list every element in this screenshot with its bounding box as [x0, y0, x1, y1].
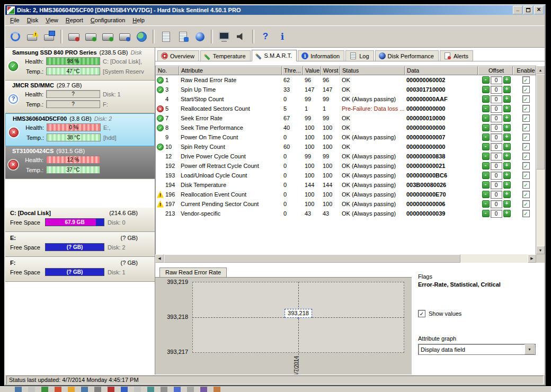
tab[interactable]: Overview	[157, 50, 199, 61]
scroll-up-button[interactable]	[536, 66, 545, 74]
taskbar-item[interactable]	[68, 386, 75, 392]
column-attribute[interactable]: Attribute	[179, 66, 282, 75]
scroll-left-button[interactable]	[155, 254, 164, 263]
offset-increase-button[interactable]	[503, 86, 511, 93]
offset-value[interactable]: 0	[491, 191, 502, 199]
offset-increase-button[interactable]	[503, 133, 511, 141]
online-button[interactable]	[192, 29, 208, 44]
chart-tab[interactable]: Raw Read Error Rate	[159, 268, 227, 277]
tab[interactable]: Temperature	[200, 50, 251, 61]
enable-checkbox[interactable]	[522, 172, 530, 179]
enable-checkbox[interactable]	[522, 181, 530, 189]
taskbar-item[interactable]	[174, 386, 181, 392]
scrollbar-thumb[interactable]	[164, 254, 460, 263]
offset-increase-button[interactable]	[503, 124, 511, 131]
table-row[interactable]: 12 Drive Power Cycle Count 0 99 99 OK (A…	[156, 152, 536, 161]
enable-checkbox[interactable]	[522, 143, 530, 150]
taskbar-item[interactable]	[134, 386, 141, 392]
help-button[interactable]	[257, 29, 273, 44]
table-row[interactable]: 8 Seek Time Performance 40 100 100 OK 00…	[156, 123, 536, 132]
scrollbar-thumb[interactable]	[536, 74, 545, 170]
disk-test-button[interactable]	[100, 29, 115, 44]
offset-value[interactable]: 0	[491, 114, 502, 122]
menu-item[interactable]: File	[6, 16, 23, 24]
offset-decrease-button[interactable]	[482, 95, 490, 103]
offset-value[interactable]: 0	[491, 181, 502, 189]
column-data[interactable]: Data	[405, 66, 478, 75]
show-values-checkbox[interactable]	[418, 310, 425, 317]
offset-value[interactable]: 0	[491, 143, 502, 151]
taskbar-item[interactable]	[81, 386, 88, 392]
table-row[interactable]: 193 Load/Unload Cycle Count 0 100 100 OK…	[156, 171, 536, 180]
table-row[interactable]: 192 Power off Retract Cycle Count 0 100 …	[156, 161, 536, 171]
offset-value[interactable]: 0	[491, 172, 502, 180]
offset-decrease-button[interactable]	[482, 172, 490, 179]
offset-decrease-button[interactable]	[482, 210, 490, 217]
taskbar-item[interactable]	[214, 386, 220, 392]
offset-decrease-button[interactable]	[482, 162, 490, 170]
network-button[interactable]	[134, 29, 149, 44]
taskbar-item[interactable]	[200, 386, 207, 392]
column-value[interactable]: Value	[303, 66, 321, 75]
enable-checkbox[interactable]	[522, 114, 530, 122]
report-refresh-button[interactable]	[175, 29, 191, 44]
table-row[interactable]: 9 Power On Time Count 0 100 100 OK (Alwa…	[156, 132, 536, 142]
offset-increase-button[interactable]	[503, 143, 511, 150]
table-row[interactable]: 196 Reallocation Event Count 0 100 100 O…	[156, 190, 536, 199]
taskbar-item[interactable]	[15, 386, 22, 392]
offset-value[interactable]: 0	[491, 86, 502, 94]
offset-decrease-button[interactable]	[482, 143, 490, 150]
offset-decrease-button[interactable]	[482, 124, 490, 131]
table-row[interactable]: 5 Reallocated Sectors Count 5 1 1 Pre-Fa…	[156, 104, 536, 113]
offset-decrease-button[interactable]	[482, 133, 490, 141]
report-button[interactable]	[158, 29, 174, 44]
tab[interactable]: Information	[298, 50, 344, 61]
menu-item[interactable]: Disk	[23, 16, 42, 24]
disk-panel[interactable]: HMS360604D5CF00 (3.8 GB) Disk: 2 Health:…	[5, 113, 155, 146]
offset-increase-button[interactable]	[503, 172, 511, 179]
enable-checkbox[interactable]	[522, 105, 530, 112]
column-no[interactable]: No.	[156, 66, 179, 75]
table-row[interactable]: 3 Spin Up Time 33 147 147 OK 00030171000…	[156, 85, 536, 94]
offset-decrease-button[interactable]	[482, 76, 490, 84]
disk-eject-button[interactable]	[66, 29, 82, 44]
horizontal-scrollbar[interactable]	[155, 254, 545, 263]
offset-value[interactable]: 0	[491, 76, 502, 84]
offset-value[interactable]: 0	[491, 133, 502, 141]
table-row[interactable]: 10 Spin Retry Count 60 100 100 OK 000000…	[156, 142, 536, 152]
table-row[interactable]: 213 Vendor-specific 0 43 43 OK (Always p…	[156, 209, 536, 218]
partition-panel[interactable]: F: (? GB) Free Space (? GB) Disk: 1	[5, 257, 155, 282]
offset-value[interactable]: 0	[491, 95, 502, 103]
offset-value[interactable]: 0	[491, 210, 502, 218]
enable-checkbox[interactable]	[522, 210, 530, 217]
column-offset[interactable]: Offset	[478, 66, 513, 75]
taskbar-item[interactable]	[161, 386, 167, 392]
tab[interactable]: Log	[345, 50, 374, 61]
partition-panel[interactable]: C: [Docal Lisk] (214.6 GB) Free Space 67…	[5, 208, 155, 232]
offset-increase-button[interactable]	[503, 114, 511, 122]
offset-increase-button[interactable]	[503, 210, 511, 217]
offset-decrease-button[interactable]	[482, 86, 490, 93]
table-row[interactable]: 197 Current Pending Sector Count 0 100 1…	[156, 199, 536, 209]
offset-increase-button[interactable]	[503, 191, 511, 198]
disk-settings-button[interactable]	[83, 29, 99, 44]
sound-button[interactable]	[233, 29, 249, 44]
column-status[interactable]: Status	[340, 66, 405, 75]
tab[interactable]: Disk Performance	[375, 50, 439, 61]
taskbar-item[interactable]	[147, 386, 154, 392]
dropdown-arrow-icon[interactable]	[525, 344, 535, 354]
offset-decrease-button[interactable]	[482, 153, 490, 160]
tab[interactable]: Alerts	[440, 50, 473, 61]
title-bar[interactable]: Disk: 2, HMS360604D5CF00 [DNP435B4YVV7DG…	[5, 5, 545, 15]
close-button[interactable]	[534, 6, 544, 14]
menu-item[interactable]: Report	[62, 16, 87, 24]
save-report-button[interactable]	[41, 29, 57, 44]
offset-decrease-button[interactable]	[482, 181, 490, 189]
problem-report-button[interactable]	[24, 29, 40, 44]
vertical-scrollbar[interactable]	[536, 66, 545, 254]
offset-increase-button[interactable]	[503, 181, 511, 189]
offset-increase-button[interactable]	[503, 162, 511, 170]
menu-item[interactable]: Help	[129, 16, 148, 24]
enable-checkbox[interactable]	[522, 153, 530, 160]
enable-checkbox[interactable]	[522, 162, 530, 170]
